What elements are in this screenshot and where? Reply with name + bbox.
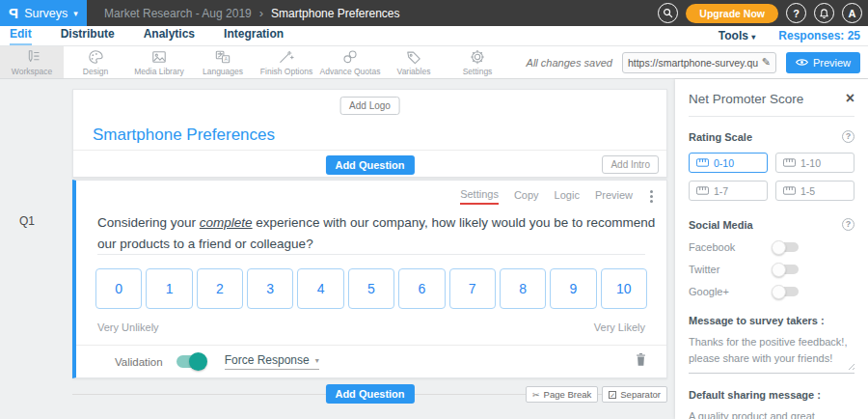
rating-scale-options: 0-10 1-10 1-7 1-5	[689, 153, 854, 201]
message-textarea[interactable]: Thanks for the positive feedback!, pleas…	[689, 334, 854, 374]
settings-icon	[469, 49, 486, 65]
breadcrumb: Market Research - Aug 2019 › Smartphone …	[104, 6, 400, 20]
nps-option[interactable]: 9	[550, 268, 596, 309]
preview-button[interactable]: Preview	[786, 52, 860, 73]
nps-option[interactable]: 4	[297, 268, 343, 309]
rating-option-label: 1-7	[714, 185, 728, 197]
nps-option[interactable]: 5	[348, 268, 394, 309]
help-icon[interactable]: ?	[842, 218, 854, 231]
tool-advance-quotas[interactable]: Advance Quotas	[318, 46, 382, 78]
toggle-knob	[772, 240, 786, 255]
googleplus-toggle[interactable]	[773, 287, 799, 296]
facebook-toggle[interactable]	[773, 242, 799, 252]
rating-scale-label: Rating Scale	[689, 131, 752, 143]
nps-option[interactable]: 8	[500, 268, 546, 309]
scale-icon	[696, 186, 709, 195]
tab-settings[interactable]: Settings	[460, 188, 499, 205]
bell-icon	[819, 8, 829, 19]
tool-label: Design	[83, 67, 108, 76]
tool-settings[interactable]: Settings	[446, 46, 509, 78]
validation-toggle[interactable]	[176, 355, 205, 368]
nps-scale: 0 1 2 3 4 5 6 7 8 9 10	[95, 268, 647, 309]
tool-finish-options[interactable]: Finish Options	[255, 46, 318, 78]
rating-option-0-10[interactable]: 0-10	[689, 153, 768, 173]
nps-option[interactable]: 1	[146, 268, 192, 309]
main-menu: Edit Distribute Analytics Integration To…	[0, 26, 868, 46]
account-button[interactable]: A	[842, 3, 862, 23]
question-tabs: Settings Copy Logic Preview	[460, 188, 655, 205]
close-icon[interactable]: ×	[846, 91, 854, 106]
menu-item-distribute[interactable]: Distribute	[61, 27, 115, 45]
social-media-label: Social Media	[689, 219, 753, 231]
facebook-label: Facebook	[689, 241, 773, 253]
menu-item-analytics[interactable]: Analytics	[144, 27, 195, 45]
notifications-button[interactable]	[814, 3, 834, 23]
finish-options-icon	[278, 49, 295, 65]
tab-copy[interactable]: Copy	[514, 189, 539, 204]
survey-url-input[interactable]	[628, 57, 758, 69]
nps-option[interactable]: 0	[95, 268, 142, 309]
media-library-icon	[150, 49, 168, 65]
menu-item-edit[interactable]: Edit	[10, 27, 32, 45]
menu-item-integration[interactable]: Integration	[224, 27, 284, 45]
message-header: Message to survey takers :	[689, 315, 854, 326]
social-row-facebook: Facebook	[689, 241, 854, 253]
rating-option-1-5[interactable]: 1-5	[775, 181, 854, 201]
add-question-button-bottom[interactable]: Add Question	[325, 384, 414, 404]
upgrade-now-button[interactable]: Upgrade Now	[686, 4, 778, 23]
rating-option-1-7[interactable]: 1-7	[689, 181, 768, 201]
rating-option-label: 1-5	[800, 185, 815, 197]
social-row-twitter: Twitter	[689, 264, 854, 275]
breadcrumb-parent[interactable]: Market Research - Aug 2019	[104, 7, 252, 20]
separator-button[interactable]: ✓ Separator	[602, 386, 667, 403]
left-anchor-label: Very Unlikely	[97, 321, 159, 333]
edit-url-icon[interactable]: ✎	[762, 56, 771, 69]
workspace-icon	[23, 49, 41, 65]
tool-label: Workspace	[12, 67, 52, 76]
design-icon	[87, 49, 104, 65]
tab-logic[interactable]: Logic	[555, 189, 580, 204]
page-break-button[interactable]: ✂ Page Break	[526, 386, 598, 403]
edit-toolbar: Workspace Design Media Library A Languag…	[0, 46, 868, 79]
rating-scale-header: Rating Scale ?	[689, 130, 854, 143]
nps-option[interactable]: 2	[197, 268, 243, 309]
question-text[interactable]: Considering your complete experience wit…	[97, 212, 659, 256]
nps-option[interactable]: 7	[449, 268, 496, 309]
twitter-label: Twitter	[689, 264, 773, 275]
survey-title[interactable]: Smartphone Preferences	[93, 126, 275, 145]
product-switcher[interactable]: P Surveys ▾	[0, 0, 87, 26]
sharing-textarea[interactable]: A quality product and great services, I …	[689, 408, 854, 419]
add-logo-button[interactable]: Add Logo	[339, 97, 400, 115]
tool-workspace[interactable]: Workspace	[0, 46, 64, 78]
tool-languages[interactable]: A Languages	[191, 46, 255, 78]
validation-row: Validation Force Response ▾	[76, 345, 666, 377]
delete-question-button[interactable]	[635, 352, 647, 371]
tool-label: Media Library	[134, 67, 184, 76]
breadcrumb-separator-icon: ›	[259, 6, 263, 20]
twitter-toggle[interactable]	[773, 265, 799, 274]
help-icon[interactable]: ?	[842, 130, 854, 143]
question-settings-panel: Net Promoter Score × Rating Scale ? 0-10…	[675, 79, 868, 419]
tool-label: Languages	[203, 67, 243, 76]
menu-items: Edit Distribute Analytics Integration	[0, 27, 284, 45]
tools-dropdown[interactable]: Tools ▾	[719, 29, 755, 42]
responses-link[interactable]: Responses: 25	[778, 29, 860, 42]
tab-preview[interactable]: Preview	[595, 189, 633, 204]
preview-label: Preview	[813, 57, 851, 69]
rating-option-1-10[interactable]: 1-10	[775, 153, 854, 173]
nps-option[interactable]: 10	[601, 268, 647, 309]
googleplus-label: Google+	[689, 286, 773, 297]
nps-option[interactable]: 3	[247, 268, 293, 309]
tool-design[interactable]: Design	[64, 46, 127, 78]
tool-media-library[interactable]: Media Library	[127, 46, 191, 78]
help-button[interactable]: ?	[786, 3, 806, 23]
add-question-button-top[interactable]: Add Question	[325, 155, 414, 175]
nps-option[interactable]: 6	[398, 268, 445, 309]
search-button[interactable]	[658, 3, 678, 23]
tool-variables[interactable]: Variables	[382, 46, 446, 78]
trash-icon	[635, 352, 647, 367]
add-intro-button[interactable]: Add Intro	[602, 155, 659, 174]
more-options-icon[interactable]	[648, 188, 655, 205]
validation-option-dropdown[interactable]: Force Response ▾	[225, 353, 319, 370]
svg-text:A: A	[225, 56, 229, 62]
